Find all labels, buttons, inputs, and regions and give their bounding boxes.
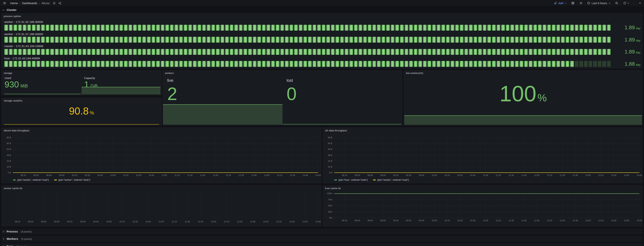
gauge-segment-on xyxy=(18,49,22,55)
gauge-segment-on xyxy=(455,61,459,67)
section-panel-count: (2 panels) xyxy=(16,245,27,246)
chevron-right-icon xyxy=(2,230,5,233)
chevron-down-icon xyxy=(627,2,630,4)
gauge-segment-on xyxy=(87,49,91,55)
gauge-segment-on xyxy=(363,49,367,55)
gauge-segment-on xyxy=(96,37,100,43)
uptime-gauge xyxy=(4,37,611,43)
gauge-segment-on xyxy=(41,61,45,67)
gridline-vertical xyxy=(226,192,227,219)
legend-item[interactable]: {job="fuse", method="write"} xyxy=(334,179,368,181)
panel-title[interactable]: workers xyxy=(165,72,174,75)
share-icon[interactable] xyxy=(58,1,62,5)
gauge-segment-on xyxy=(391,49,394,55)
gauge-segment-on xyxy=(363,61,367,67)
gauge-segment-on xyxy=(152,49,156,55)
chevron-right-icon xyxy=(2,238,5,240)
gauge-segment-on xyxy=(257,61,261,67)
x-axis-tick-label: 11:15 xyxy=(496,219,501,222)
section-workers[interactable]: Workers (5 panels) xyxy=(2,236,642,242)
gridline-vertical xyxy=(200,192,201,219)
gauge-segment-on xyxy=(561,61,565,67)
gauge-segment-on xyxy=(174,25,178,31)
gauge-segment-on xyxy=(234,49,238,55)
gauge-segment-on xyxy=(170,61,174,67)
settings-icon[interactable] xyxy=(579,1,583,5)
panel-title[interactable]: alluxio data throughput xyxy=(4,129,30,132)
x-axis-tick-label: 08:30 xyxy=(354,174,360,176)
refresh-button[interactable] xyxy=(623,1,630,5)
gauge-segment-on xyxy=(345,37,348,43)
time-picker[interactable]: Last 6 hours xyxy=(587,2,611,5)
gauge-segment-on xyxy=(354,61,358,67)
gauge-segment-on xyxy=(9,61,13,67)
legend-item[interactable]: {job="worker", method="write"} xyxy=(54,179,90,181)
gauge-segment-on xyxy=(110,25,114,31)
gauge-segment-on xyxy=(92,61,96,67)
x-axis-tick-label: 09:30 xyxy=(80,220,86,223)
gauge-segment-on xyxy=(322,37,326,43)
gridline-vertical xyxy=(396,138,396,173)
zoom-out-icon[interactable] xyxy=(615,1,619,5)
x-axis-tick-label: 13:00 xyxy=(585,174,591,176)
gauge-segment-on xyxy=(423,49,427,55)
plot-area[interactable]: 0%25%50%75%100%08:1508:3008:4509:0009:15… xyxy=(334,193,639,218)
section-fuse[interactable]: Fuse (2 panels) xyxy=(2,243,642,246)
panel-title[interactable]: worker cache hit xyxy=(4,187,22,190)
legend-swatch-icon xyxy=(54,180,57,180)
plot-area[interactable]: 0 B16 B32 B48 B64 B80 B96 B08:1508:3008:… xyxy=(13,138,318,173)
stat-value: 2 xyxy=(167,84,177,103)
plot-area[interactable]: 08:1508:3008:4509:0009:1509:3009:4510:00… xyxy=(7,192,318,219)
gauge-segment-on xyxy=(358,37,362,43)
panel-title[interactable]: process uptime xyxy=(4,15,21,18)
x-axis-tick-label: 09:15 xyxy=(393,219,398,222)
gauge-segment-on xyxy=(96,49,100,55)
gauge-segment-on xyxy=(262,37,266,43)
chevron-down-icon xyxy=(2,9,5,11)
gauge-segment-on xyxy=(317,37,321,43)
gauge-segment-on xyxy=(478,49,482,55)
breadcrumb-dashboards[interactable]: Dashboards xyxy=(22,2,37,5)
menu-icon[interactable] xyxy=(2,1,6,5)
panel-title[interactable]: fuse cache hit xyxy=(325,187,340,190)
panel-title[interactable]: storage xyxy=(4,72,12,75)
breadcrumb-home[interactable]: Home xyxy=(10,2,18,5)
gridline-vertical xyxy=(460,193,460,218)
section-process[interactable]: Process (8 panels) xyxy=(2,228,642,234)
gauge-segment-on xyxy=(529,61,532,67)
star-icon[interactable] xyxy=(52,1,56,5)
gauge-segment-on xyxy=(331,61,335,67)
gauge-segment-on xyxy=(69,49,72,55)
panel-title[interactable]: live workers(%) xyxy=(406,72,423,75)
gridline-vertical xyxy=(626,138,627,173)
gauge-segment-on xyxy=(50,49,54,55)
section-cluster[interactable]: Cluster xyxy=(2,7,642,13)
gauge-segment-on xyxy=(124,37,128,43)
collapse-up-icon[interactable] xyxy=(638,1,642,5)
gauge-segment-on xyxy=(588,37,592,43)
gridline-vertical xyxy=(344,193,345,218)
legend-item[interactable]: {job="worker", method="read"} xyxy=(13,179,49,181)
gauge-segment-on xyxy=(152,61,156,67)
add-button[interactable]: Add xyxy=(554,2,567,5)
gauge-segment-on xyxy=(248,61,252,67)
gauge-segment-on xyxy=(497,49,500,55)
gauge-segment-on xyxy=(253,49,256,55)
gauge-segment-on xyxy=(304,25,307,31)
gauge-segment-off xyxy=(579,61,583,67)
gauge-segment-on xyxy=(216,49,220,55)
save-icon[interactable] xyxy=(571,1,575,5)
gauge-segment-on xyxy=(202,37,206,43)
panel-title[interactable]: ufs data throughput xyxy=(325,129,347,132)
gauge-segment-on xyxy=(50,61,54,67)
panel-ufs-data-throughput: ufs data throughput 0 B16 B32 B48 B64 B8… xyxy=(323,128,642,183)
panel-title[interactable]: storage used(%) xyxy=(4,99,22,102)
gauge-segment-on xyxy=(358,25,362,31)
plot-area[interactable]: 0 B16 B32 B48 B64 B80 B96 B08:1508:3008:… xyxy=(334,138,639,173)
gauge-segment-on xyxy=(336,61,339,67)
legend-item[interactable]: {job="worker", method="read"} xyxy=(373,179,409,181)
gauge-segment-on xyxy=(248,37,252,43)
gauge-segment-on xyxy=(234,25,238,31)
gauge-segment-on xyxy=(73,61,77,67)
gauge-segment-on xyxy=(266,49,270,55)
